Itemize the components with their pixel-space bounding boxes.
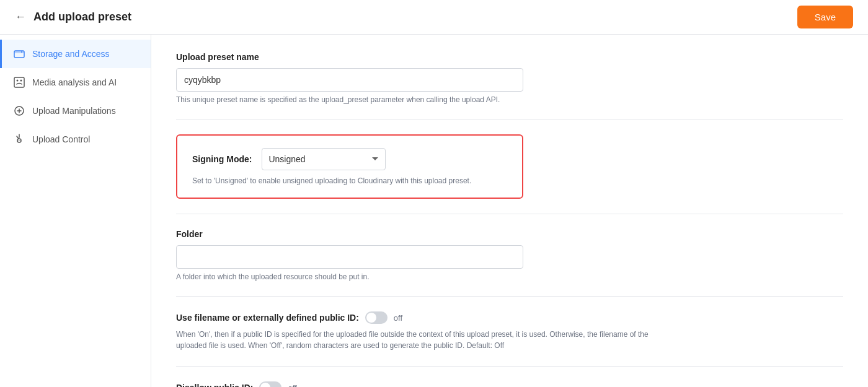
svg-point-2 [21, 51, 22, 53]
signing-mode-row: Signing Mode: Unsigned Signed [192, 148, 507, 170]
svg-point-5 [20, 80, 22, 82]
signing-mode-section: Signing Mode: Unsigned Signed Set to 'Un… [176, 134, 523, 199]
main-layout: Storage and Access Media analysis and AI [0, 35, 868, 387]
active-indicator [0, 40, 2, 68]
disallow-public-id-state: off [288, 383, 296, 388]
use-filename-section: Use filename or externally defined publi… [176, 311, 843, 351]
use-filename-label: Use filename or externally defined publi… [176, 313, 359, 323]
disallow-public-id-section: Disallow public ID: off Only relevant wh… [176, 381, 843, 387]
disallow-public-id-label: Disallow public ID: [176, 383, 253, 387]
sidebar-item-upload-manipulations[interactable]: Upload Manipulations [0, 97, 151, 125]
sidebar-item-upload-manipulations-label: Upload Manipulations [32, 106, 116, 116]
folder-input[interactable] [176, 245, 523, 269]
control-icon [12, 133, 26, 146]
manipulations-icon [12, 104, 26, 118]
storage-icon [12, 47, 26, 61]
disallow-public-id-toggle[interactable] [259, 381, 281, 387]
divider-3 [176, 296, 843, 297]
sidebar-item-storage-access-label: Storage and Access [32, 49, 110, 59]
folder-label: Folder [176, 229, 843, 239]
svg-point-8 [18, 140, 20, 141]
use-filename-row: Use filename or externally defined publi… [176, 311, 843, 324]
main-content: Upload preset name This unique preset na… [151, 35, 868, 387]
svg-rect-1 [14, 51, 24, 53]
use-filename-toggle[interactable] [365, 311, 388, 324]
preset-name-input[interactable] [176, 68, 523, 92]
divider-4 [176, 366, 843, 367]
signing-mode-select[interactable]: Unsigned Signed [262, 148, 386, 170]
back-button[interactable]: ← [15, 11, 26, 24]
page-title: Add upload preset [33, 11, 131, 24]
signing-mode-label: Signing Mode: [192, 154, 252, 164]
use-filename-desc: When 'On', then if a public ID is specif… [176, 329, 672, 351]
header: ← Add upload preset Save [0, 0, 868, 35]
divider-1 [176, 119, 843, 120]
sidebar: Storage and Access Media analysis and AI [0, 35, 151, 387]
sidebar-item-media-analysis-label: Media analysis and AI [32, 77, 117, 87]
sidebar-item-storage-access[interactable]: Storage and Access [0, 40, 151, 68]
preset-name-hint: This unique preset name is specified as … [176, 95, 843, 104]
use-filename-state: off [394, 313, 402, 323]
save-button[interactable]: Save [797, 6, 853, 28]
svg-point-4 [17, 80, 19, 82]
sidebar-item-upload-control[interactable]: Upload Control [0, 125, 151, 154]
sidebar-item-media-analysis[interactable]: Media analysis and AI [0, 68, 151, 97]
ai-icon [12, 76, 26, 89]
folder-hint: A folder into which the uploaded resourc… [176, 272, 843, 281]
svg-rect-3 [14, 77, 24, 87]
divider-2 [176, 214, 843, 214]
preset-name-label: Upload preset name [176, 52, 843, 62]
signing-mode-hint: Set to 'Unsigned' to enable unsigned upl… [192, 176, 507, 185]
folder-section: Folder A folder into which the uploaded … [176, 229, 843, 281]
preset-name-section: Upload preset name This unique preset na… [176, 52, 843, 104]
header-left: ← Add upload preset [15, 11, 131, 24]
sidebar-item-upload-control-label: Upload Control [32, 134, 90, 144]
disallow-public-id-row: Disallow public ID: off [176, 381, 843, 387]
